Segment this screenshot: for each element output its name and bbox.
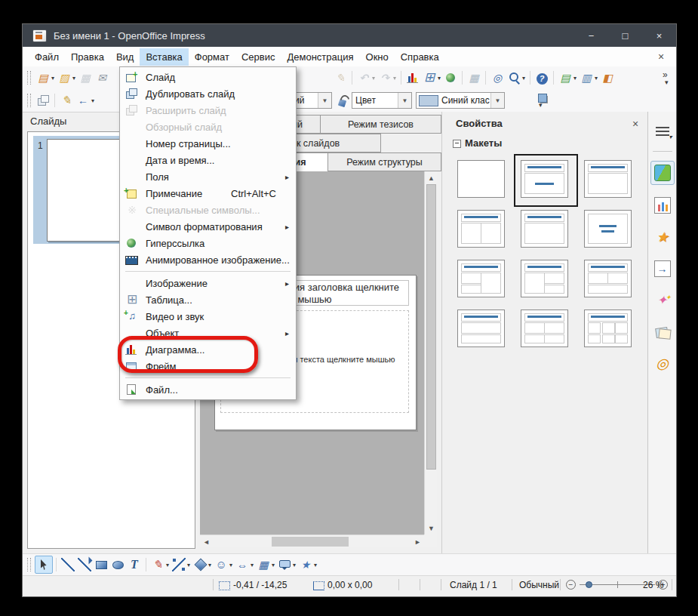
- insert-duplicate-slide[interactable]: Дублировать слайд: [120, 85, 296, 102]
- toolbar-grip[interactable]: [27, 71, 31, 85]
- insert-date-time[interactable]: Дата и время...: [120, 152, 296, 168]
- layout-title-two-content[interactable]: [457, 210, 505, 248]
- menu-window[interactable]: Окно: [360, 48, 395, 66]
- open-document-button[interactable]: ▾: [56, 69, 77, 87]
- view-mode-indicator[interactable]: Обычный: [519, 580, 559, 590]
- insert-hyperlink[interactable]: Гиперссылка: [120, 235, 296, 251]
- minimize-button[interactable]: −: [574, 24, 608, 47]
- horizontal-scroll-thumb[interactable]: [272, 537, 349, 547]
- rectangle-tool[interactable]: ▾: [93, 556, 109, 574]
- format-paintbrush-button[interactable]: ▾: [332, 69, 349, 87]
- connector-tool[interactable]: ▾: [171, 556, 192, 574]
- toolbar-more-icon[interactable]: ▾: [665, 79, 669, 86]
- zoom-slider-thumb[interactable]: [586, 581, 592, 588]
- sidebar-tab-slide-transition[interactable]: [651, 257, 674, 280]
- sidebar-tab-animation-effects[interactable]: [651, 289, 674, 312]
- sidebar-tab-properties[interactable]: [650, 161, 675, 185]
- layout-title-six-content[interactable]: [584, 310, 632, 347]
- insert-chart-button[interactable]: ▾: [404, 69, 421, 87]
- layout-title-four-content[interactable]: [521, 310, 568, 347]
- block-arrows-tool[interactable]: ▾: [234, 556, 255, 574]
- menu-tools[interactable]: Сервис: [235, 48, 281, 66]
- hyperlink-button[interactable]: ▾: [442, 69, 459, 87]
- properties-close-icon[interactable]: ×: [632, 118, 638, 130]
- edit-points-button[interactable]: ▾: [35, 91, 51, 109]
- dropdown-arrow-icon[interactable]: ▾: [229, 562, 232, 568]
- layout-title-2left-1right[interactable]: [457, 260, 505, 297]
- layout-title-2top-1bottom[interactable]: [584, 260, 632, 297]
- flowchart-tool[interactable]: ▾: [255, 556, 276, 574]
- layout-title-only-content[interactable]: [521, 210, 568, 248]
- fill-style-icon[interactable]: [336, 95, 349, 109]
- menu-view[interactable]: Вид: [110, 48, 140, 66]
- ellipse-tool[interactable]: ▾: [109, 556, 126, 574]
- insert-fields[interactable]: Поля: [120, 168, 296, 185]
- dropdown-arrow-icon[interactable]: ▾: [293, 562, 296, 568]
- insert-object[interactable]: Объект: [120, 325, 296, 341]
- insert-animated-image[interactable]: Анимированное изображение...: [120, 251, 296, 268]
- insert-page-number[interactable]: Номер страницы...: [120, 135, 296, 152]
- layout-blank[interactable]: [457, 160, 505, 198]
- redo-button[interactable]: ▾: [377, 69, 398, 87]
- shadow-icon[interactable]: [536, 91, 552, 108]
- dropdown-arrow-icon[interactable]: ▾: [272, 562, 275, 568]
- toolbar-grip[interactable]: [27, 558, 31, 571]
- arrow-style-button[interactable]: ▾: [75, 91, 96, 109]
- stars-tool[interactable]: ▾: [297, 556, 318, 574]
- dropdown-arrow-icon[interactable]: ▾: [91, 97, 94, 104]
- dropdown-arrow-icon[interactable]: ▾: [393, 75, 396, 82]
- help-button[interactable]: ▾: [533, 69, 550, 87]
- dropdown-arrow-icon[interactable]: ▾: [573, 75, 577, 82]
- insert-comment[interactable]: Примечание Ctrl+Alt+C: [120, 185, 296, 202]
- fill-color-combo[interactable]: Синий клас ▼: [416, 92, 505, 109]
- dropdown-arrow-icon[interactable]: ▾: [595, 75, 598, 82]
- sidebar-tab-gallery[interactable]: [651, 321, 674, 343]
- menu-format[interactable]: Формат: [189, 48, 235, 66]
- layout-title-content-wide[interactable]: [584, 160, 632, 198]
- dropdown-arrow-icon[interactable]: ▾: [522, 75, 525, 82]
- toolbar-grip[interactable]: [27, 94, 31, 107]
- menu-file[interactable]: Файл: [29, 48, 65, 66]
- dropdown-arrow-icon[interactable]: ▾: [51, 75, 54, 82]
- scroll-up-icon[interactable]: ▲: [425, 171, 438, 184]
- insert-slide[interactable]: Слайд: [120, 69, 296, 85]
- combo-arrow-icon[interactable]: ▼: [318, 93, 331, 108]
- callouts-tool[interactable]: ▾: [276, 556, 297, 574]
- insert-picture[interactable]: Изображение: [120, 275, 296, 291]
- layout-title-1left-2right[interactable]: [521, 260, 568, 297]
- basic-shapes-tool[interactable]: ▾: [192, 556, 213, 574]
- email-button[interactable]: ▾: [94, 69, 110, 87]
- zoom-out-button[interactable]: −: [566, 580, 576, 590]
- line-tool[interactable]: ▾: [60, 556, 76, 574]
- dropdown-arrow-icon[interactable]: ▾: [187, 562, 190, 568]
- insert-special-characters[interactable]: Специальные символы...: [120, 202, 296, 218]
- zoom-button[interactable]: ▾: [506, 69, 527, 87]
- toolbar-more-icon[interactable]: ▾: [539, 101, 543, 109]
- tab-outline-view[interactable]: Режим структуры: [327, 152, 441, 171]
- sidebar-tab-custom-animation[interactable]: [651, 226, 674, 248]
- dropdown-arrow-icon[interactable]: ▾: [208, 562, 211, 568]
- navigator-button[interactable]: ▾: [489, 69, 506, 87]
- layout-title-two-rows[interactable]: [457, 310, 505, 347]
- vertical-scrollbar[interactable]: ▲ ▼: [424, 171, 437, 534]
- insert-table-button[interactable]: ▾: [421, 69, 442, 87]
- text-tool[interactable]: ▾: [126, 556, 143, 574]
- symbol-shapes-tool[interactable]: ▾: [213, 556, 234, 574]
- menu-insert[interactable]: Вставка: [140, 48, 188, 66]
- layout-centered-text[interactable]: [584, 210, 632, 248]
- scroll-left-icon[interactable]: ◄: [200, 535, 213, 548]
- insert-expand-slide[interactable]: Расширить слайд: [120, 102, 296, 119]
- dropdown-arrow-icon[interactable]: ▾: [166, 562, 169, 568]
- close-button[interactable]: ×: [642, 24, 676, 47]
- combo-arrow-icon[interactable]: ▼: [398, 93, 411, 108]
- sidebar-tab-master-pages[interactable]: [651, 194, 674, 217]
- insert-frame[interactable]: Фрейм: [120, 358, 296, 374]
- display-grid-button[interactable]: ▾: [466, 69, 482, 87]
- insert-table[interactable]: Таблица...: [120, 291, 296, 308]
- undo-button[interactable]: ▾: [355, 69, 377, 87]
- sidebar-tab-navigator[interactable]: [651, 353, 674, 375]
- slide-layout-button[interactable]: ▾: [578, 69, 599, 87]
- dropdown-arrow-icon[interactable]: ▾: [314, 562, 317, 568]
- dropdown-arrow-icon[interactable]: ▾: [251, 562, 254, 568]
- insert-chart[interactable]: Диаграмма...: [120, 341, 296, 358]
